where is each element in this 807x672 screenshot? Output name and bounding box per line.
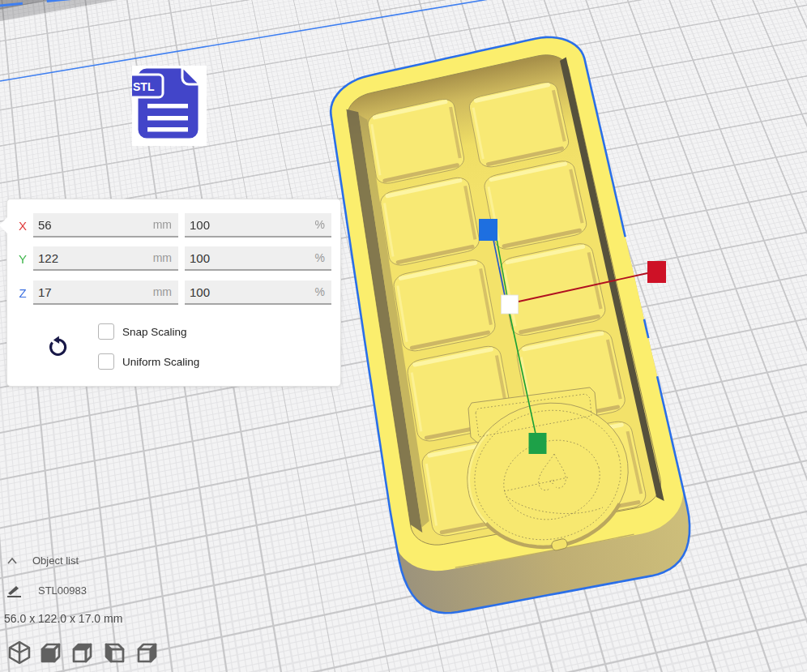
svg-text:STL: STL: [133, 80, 155, 93]
